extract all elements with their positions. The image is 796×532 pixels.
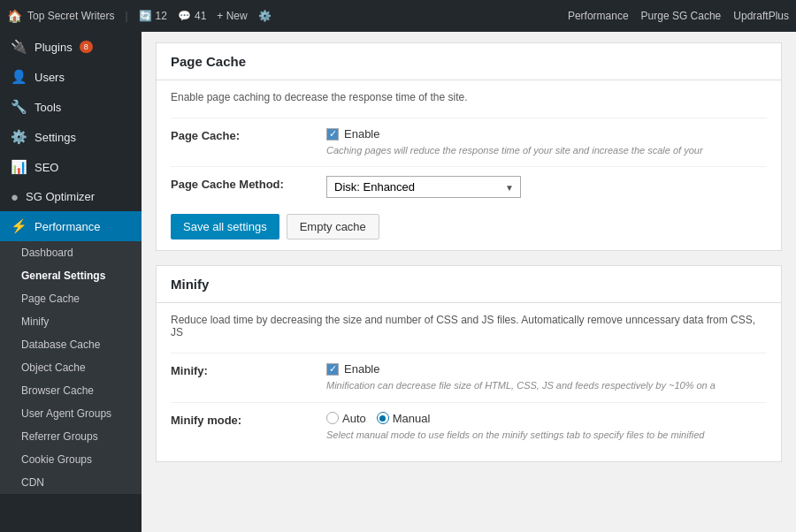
- sidebar-item-sg-optimizer-label: SG Optimizer: [26, 190, 95, 203]
- sidebar-item-performance-label: Performance: [34, 220, 100, 233]
- page-cache-button-row: Save all settings Empty cache: [171, 214, 767, 239]
- page-cache-header: Page Cache: [157, 43, 781, 80]
- minify-mode-row: Minify mode: Auto: [171, 402, 767, 451]
- save-all-settings-button[interactable]: Save all settings: [171, 214, 279, 239]
- page-cache-method-label: Page Cache Method:: [171, 176, 312, 191]
- minify-enable-row: Minify: ✓ Enable Minification can decrea…: [171, 353, 767, 401]
- tools-icon: 🔧: [11, 99, 27, 115]
- page-cache-section: Page Cache Enable page caching to decrea…: [156, 42, 782, 251]
- page-cache-body: Enable page caching to decrease the resp…: [157, 80, 781, 250]
- admin-bar-right: Performance Purge SG Cache UpdraftPlus: [568, 10, 789, 22]
- admin-bar-site-name: Top Secret Writers: [27, 10, 114, 22]
- updates-button[interactable]: 🔄 12: [139, 10, 167, 22]
- users-icon: 👤: [11, 69, 27, 85]
- update-icon: 🔄: [139, 10, 152, 22]
- page-cache-method-control: Disk: Enhanced Disk: Basic Opcode: Alter…: [326, 176, 767, 198]
- minify-mode-auto-label: Auto: [342, 412, 366, 425]
- minify-body: Reduce load time by decreasing the size …: [157, 303, 781, 461]
- minify-mode-manual-radio[interactable]: [377, 412, 389, 424]
- submenu-referrer-groups[interactable]: Referrer Groups: [0, 425, 142, 448]
- empty-cache-button[interactable]: Empty cache: [287, 214, 379, 239]
- minify-enable-check-label: Enable: [344, 362, 379, 376]
- submenu-page-cache[interactable]: Page Cache: [0, 287, 142, 310]
- page-cache-enable-checkbox[interactable]: ✓: [326, 128, 339, 141]
- sidebar-item-seo[interactable]: 📊 SEO: [0, 152, 142, 182]
- minify-mode-label: Minify mode:: [171, 412, 312, 427]
- submenu-cookie-groups[interactable]: Cookie Groups: [0, 448, 142, 471]
- submenu-browser-cache[interactable]: Browser Cache: [0, 379, 142, 402]
- sidebar-item-plugins-label: Plugins: [34, 41, 73, 54]
- page-cache-method-select-wrapper: Disk: Enhanced Disk: Basic Opcode: Alter…: [326, 176, 521, 198]
- page-cache-enable-row: Page Cache: ✓ Enable Caching pages will …: [171, 118, 767, 166]
- minify-enable-checkbox[interactable]: ✓: [326, 363, 339, 376]
- submenu-user-agent-groups[interactable]: User Agent Groups: [0, 402, 142, 425]
- plugins-icon: 🔌: [11, 39, 27, 55]
- page-cache-enable-check-label: Enable: [344, 127, 379, 141]
- minify-mode-auto-radio[interactable]: [326, 412, 339, 424]
- settings-icon: ⚙️: [11, 129, 27, 145]
- sidebar-item-plugins[interactable]: 🔌 Plugins 8: [0, 32, 142, 62]
- minify-enable-control: ✓ Enable Minification can decrease file …: [326, 362, 767, 392]
- wp-icon: ⚙️: [258, 10, 272, 22]
- sidebar-item-users-label: Users: [34, 71, 65, 84]
- minify-mode-control: Auto Manual Select manual mode to use fi…: [326, 412, 767, 442]
- new-content-button[interactable]: + New: [217, 10, 247, 22]
- sidebar-item-performance[interactable]: ⚡ Performance: [0, 211, 142, 241]
- minify-mode-manual-label: Manual: [393, 412, 431, 425]
- sidebar-item-seo-label: SEO: [34, 161, 58, 174]
- submenu-general-settings[interactable]: General Settings: [0, 264, 142, 287]
- comment-icon: 💬: [178, 10, 191, 22]
- submenu-database-cache[interactable]: Database Cache: [0, 333, 142, 356]
- page-cache-enable-control: ✓ Enable Caching pages will reduce the r…: [326, 127, 767, 157]
- plugins-badge: 8: [80, 41, 93, 53]
- sidebar: 🔌 Plugins 8 👤 Users 🔧 Tools ⚙️ Settings …: [0, 32, 142, 532]
- performance-link[interactable]: Performance: [568, 10, 629, 22]
- main-content: Page Cache Enable page caching to decrea…: [142, 32, 796, 532]
- page-cache-desc: Enable page caching to decrease the resp…: [171, 91, 767, 103]
- minify-title: Minify: [171, 277, 767, 292]
- minify-mode-radio-group: Auto Manual: [326, 412, 767, 425]
- performance-icon: ⚡: [11, 218, 27, 234]
- minify-enable-subdesc: Minification can decrease file size of H…: [326, 379, 767, 392]
- submenu-dashboard[interactable]: Dashboard: [0, 241, 142, 264]
- minify-enable-label: Minify:: [171, 362, 312, 377]
- minify-mode-manual-option[interactable]: Manual: [377, 412, 431, 425]
- minify-mode-manual-radio-dot: [379, 415, 386, 422]
- sidebar-item-sg-optimizer[interactable]: ● SG Optimizer: [0, 182, 142, 211]
- wp-icon-button[interactable]: ⚙️: [258, 10, 272, 22]
- new-label: + New: [217, 10, 247, 22]
- home-icon: 🏠: [7, 9, 22, 23]
- admin-bar-site[interactable]: 🏠 Top Secret Writers: [7, 9, 114, 23]
- submenu-cdn[interactable]: CDN: [0, 471, 142, 494]
- sg-optimizer-icon: ●: [11, 189, 19, 204]
- updraftplus-link[interactable]: UpdraftPlus: [733, 10, 789, 22]
- sidebar-item-tools[interactable]: 🔧 Tools: [0, 92, 142, 122]
- page-cache-title: Page Cache: [171, 54, 767, 69]
- page-cache-enable-subdesc: Caching pages will reduce the response t…: [326, 144, 767, 157]
- minify-header: Minify: [157, 266, 781, 303]
- minify-section: Minify Reduce load time by decreasing th…: [156, 265, 782, 462]
- page-cache-enable-label: Page Cache:: [171, 127, 312, 142]
- sidebar-item-users[interactable]: 👤 Users: [0, 62, 142, 92]
- admin-bar: 🏠 Top Secret Writers | 🔄 12 💬 41 + New ⚙…: [0, 0, 796, 32]
- seo-icon: 📊: [11, 159, 27, 175]
- comments-button[interactable]: 💬 41: [178, 10, 206, 22]
- sidebar-item-settings-label: Settings: [34, 131, 76, 144]
- sidebar-submenu: Dashboard General Settings Page Cache Mi…: [0, 241, 142, 494]
- submenu-object-cache[interactable]: Object Cache: [0, 356, 142, 379]
- sidebar-item-settings[interactable]: ⚙️ Settings: [0, 122, 142, 152]
- page-cache-method-select[interactable]: Disk: Enhanced Disk: Basic Opcode: Alter…: [326, 176, 521, 198]
- minify-mode-subdesc: Select manual mode to use fields on the …: [326, 429, 767, 442]
- minify-desc: Reduce load time by decreasing the size …: [171, 314, 767, 338]
- page-cache-method-row: Page Cache Method: Disk: Enhanced Disk: …: [171, 166, 767, 207]
- sidebar-item-tools-label: Tools: [34, 101, 61, 114]
- minify-mode-auto-option[interactable]: Auto: [326, 412, 366, 425]
- purge-sg-cache-link[interactable]: Purge SG Cache: [641, 10, 722, 22]
- submenu-minify[interactable]: Minify: [0, 310, 142, 333]
